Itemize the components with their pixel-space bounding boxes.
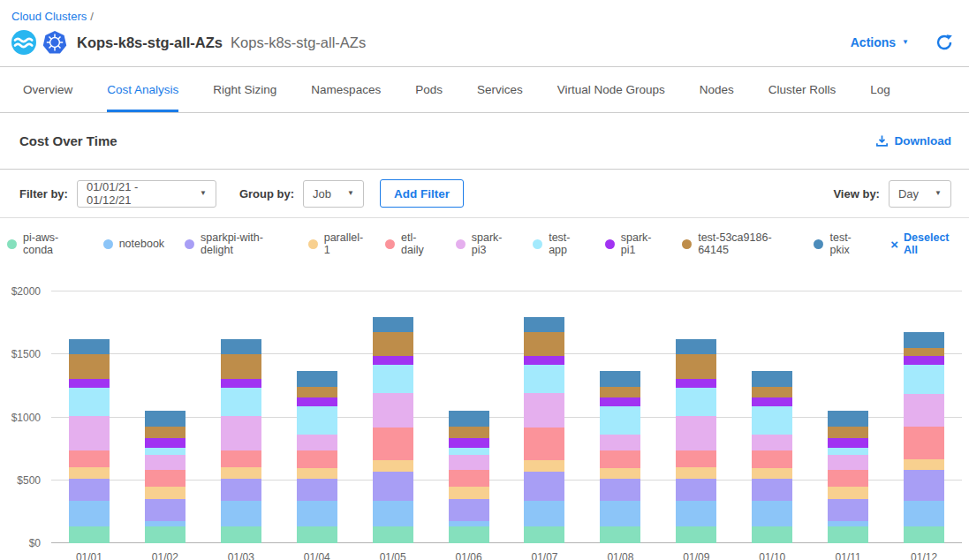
legend-item-pi-aws-conda[interactable]: pi-aws-conda [7,231,83,256]
bar-segment-spark-pi3[interactable] [676,416,716,450]
bar-segment-pi-aws-conda[interactable] [524,526,564,543]
bar-segment-spark-pi3[interactable] [600,435,640,450]
stacked-bar-01/07[interactable] [524,317,564,543]
bar-segment-test-app[interactable] [600,406,640,435]
tab-cost-analysis[interactable]: Cost Analysis [107,67,178,112]
bar-segment-notebook[interactable] [676,501,716,526]
bar-segment-etl-daily[interactable] [524,428,564,460]
tab-pods[interactable]: Pods [415,67,443,112]
bar-segment-spark-pi3[interactable] [752,435,792,450]
legend-item-test-53ca9186-64145[interactable]: test-53ca9186-64145 [682,231,793,256]
bar-segment-pi-aws-conda[interactable] [600,526,640,543]
download-button[interactable]: Download [875,134,952,148]
bar-segment-notebook[interactable] [297,501,337,526]
bar-segment-test-app[interactable] [524,365,564,393]
bar-segment-test-pkix[interactable] [221,339,261,354]
bar-segment-test-pkix[interactable] [752,371,792,387]
view-by-dropdown[interactable]: Day ▼ [889,180,951,208]
bar-segment-spark-pi3[interactable] [524,393,564,427]
bar-segment-spark-pi1[interactable] [221,379,261,388]
bar-segment-test-app[interactable] [449,448,489,455]
bar-segment-sparkpi-with-delight[interactable] [145,499,185,521]
bar-segment-pi-aws-conda[interactable] [752,526,792,543]
tab-virtual-node-groups[interactable]: Virtual Node Groups [557,67,665,112]
bar-segment-sparkpi-with-delight[interactable] [904,470,944,501]
bar-segment-notebook[interactable] [904,501,944,526]
bar-segment-pi-aws-conda[interactable] [904,526,944,543]
bar-segment-sparkpi-with-delight[interactable] [449,499,489,521]
bar-segment-pi-aws-conda[interactable] [676,526,716,543]
bar-segment-sparkpi-with-delight[interactable] [600,479,640,501]
bar-segment-spark-pi3[interactable] [828,455,868,470]
bar-segment-etl-daily[interactable] [676,450,716,467]
legend-item-parallel-1[interactable]: parallel-1 [308,231,365,256]
legend-item-sparkpi-with-delight[interactable]: sparkpi-with-delight [185,231,288,256]
bar-segment-parallel-1[interactable] [676,467,716,479]
bar-segment-spark-pi1[interactable] [373,356,413,366]
bar-segment-test-app[interactable] [904,365,944,394]
legend-item-spark-pi3[interactable]: spark-pi3 [456,231,512,256]
bar-segment-etl-daily[interactable] [145,470,185,487]
bar-segment-sparkpi-with-delight[interactable] [373,472,413,501]
stacked-bar-01/06[interactable] [449,411,489,543]
bar-segment-spark-pi1[interactable] [145,438,185,448]
bar-segment-sparkpi-with-delight[interactable] [524,472,564,501]
bar-segment-parallel-1[interactable] [600,468,640,479]
bar-segment-spark-pi3[interactable] [904,394,944,427]
tab-log[interactable]: Log [870,67,890,112]
bar-segment-test-53ca9186-64145[interactable] [524,332,564,356]
bar-segment-spark-pi1[interactable] [828,438,868,448]
tab-services[interactable]: Services [477,67,523,112]
bar-segment-notebook[interactable] [752,501,792,526]
bar-segment-test-pkix[interactable] [297,371,337,387]
bar-segment-notebook[interactable] [600,501,640,526]
bar-segment-etl-daily[interactable] [373,428,413,460]
bar-segment-etl-daily[interactable] [752,450,792,468]
bar-segment-spark-pi3[interactable] [373,393,413,427]
legend-item-test-app[interactable]: test-app [533,231,585,256]
bar-segment-sparkpi-with-delight[interactable] [828,499,868,521]
legend-item-test-pkix[interactable]: test-pkix [814,231,867,256]
bar-segment-etl-daily[interactable] [449,470,489,487]
bar-segment-pi-aws-conda[interactable] [828,526,868,543]
bar-segment-parallel-1[interactable] [524,460,564,472]
bar-segment-parallel-1[interactable] [752,468,792,479]
bar-segment-spark-pi1[interactable] [752,397,792,407]
bar-segment-spark-pi3[interactable] [69,416,110,450]
bar-segment-pi-aws-conda[interactable] [221,526,261,543]
bar-segment-etl-daily[interactable] [297,450,337,468]
legend-item-etl-daily[interactable]: etl-daily [385,231,435,256]
bar-segment-test-53ca9186-64145[interactable] [600,387,640,397]
bar-segment-test-pkix[interactable] [145,411,185,428]
bar-segment-test-53ca9186-64145[interactable] [828,427,868,438]
bar-segment-spark-pi3[interactable] [449,455,489,470]
bar-segment-parallel-1[interactable] [221,467,261,479]
bar-segment-test-pkix[interactable] [676,339,716,354]
bar-segment-sparkpi-with-delight[interactable] [69,479,110,502]
stacked-bar-01/03[interactable] [221,339,261,543]
stacked-bar-01/05[interactable] [373,317,413,543]
bar-segment-sparkpi-with-delight[interactable] [221,479,261,502]
tab-nodes[interactable]: Nodes [700,67,734,112]
bar-segment-etl-daily[interactable] [221,450,261,467]
actions-button[interactable]: Actions ▼ [851,35,909,49]
bar-segment-test-53ca9186-64145[interactable] [449,427,489,438]
bar-segment-test-53ca9186-64145[interactable] [752,387,792,397]
bar-segment-notebook[interactable] [69,501,110,526]
bar-segment-test-pkix[interactable] [904,332,944,349]
bar-segment-spark-pi3[interactable] [145,455,185,470]
stacked-bar-01/11[interactable] [828,411,868,543]
bar-segment-test-pkix[interactable] [600,371,640,387]
bar-segment-sparkpi-with-delight[interactable] [752,479,792,501]
stacked-bar-01/12[interactable] [904,332,944,543]
bar-segment-test-app[interactable] [828,448,868,455]
tab-right-sizing[interactable]: Right Sizing [213,67,276,112]
bar-segment-sparkpi-with-delight[interactable] [676,479,716,502]
refresh-button[interactable] [935,34,953,51]
bar-segment-notebook[interactable] [373,501,413,526]
bar-segment-test-pkix[interactable] [373,317,413,332]
stacked-bar-01/10[interactable] [752,371,792,543]
bar-segment-spark-pi3[interactable] [221,416,261,450]
stacked-bar-01/02[interactable] [145,411,185,543]
bar-segment-test-53ca9186-64145[interactable] [373,332,413,356]
